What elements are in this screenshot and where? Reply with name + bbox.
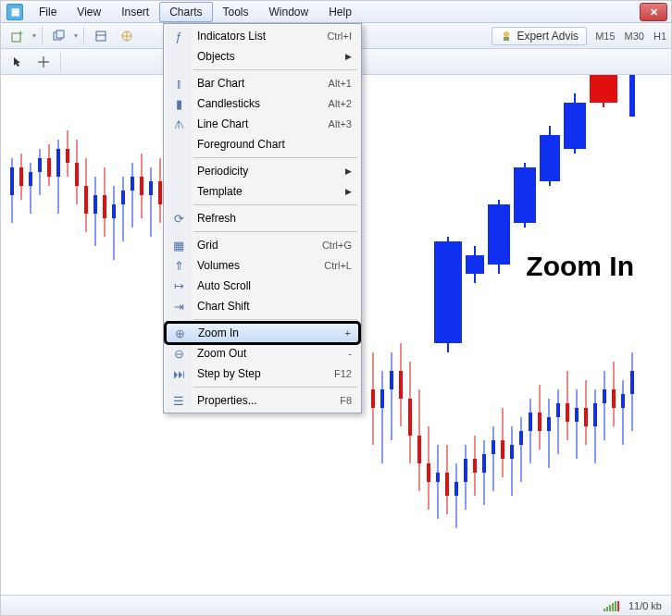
menu-item-indicators-list[interactable]: ƒIndicators ListCtrl+I	[166, 26, 359, 46]
menu-item-label: Line Chart	[192, 117, 329, 130]
svg-rect-54	[399, 371, 403, 399]
zoom-out-icon: ⊖	[166, 343, 192, 363]
menu-item-bar-chart[interactable]: ⫿Bar ChartAlt+1	[166, 73, 359, 93]
blank-icon	[166, 134, 192, 154]
menu-item-shortcut: F12	[334, 368, 352, 379]
svg-rect-42	[140, 177, 143, 195]
menu-view[interactable]: View	[67, 2, 111, 22]
line-chart-icon: ⩚	[166, 114, 192, 134]
window-close-button[interactable]: ✕	[640, 3, 667, 21]
menu-item-shortcut: Ctrl+G	[322, 240, 352, 251]
menu-item-shortcut: +	[345, 327, 351, 339]
cursor-tool[interactable]	[6, 52, 29, 72]
svg-rect-40	[131, 177, 134, 191]
menu-item-chart-shift[interactable]: ⇥Chart Shift	[166, 296, 359, 316]
timeframe-m15[interactable]: M15	[591, 29, 619, 43]
menu-item-shortcut: Alt+3	[329, 118, 352, 129]
menu-item-objects[interactable]: Objects▶	[166, 46, 359, 67]
menu-item-label: Bar Chart	[192, 77, 329, 90]
menu-separator	[193, 204, 357, 205]
svg-rect-48	[371, 389, 375, 408]
menu-item-candlesticks[interactable]: ▮CandlesticksAlt+2	[166, 93, 359, 114]
svg-rect-86	[547, 417, 551, 431]
status-bar: 11/0 kb	[1, 595, 671, 615]
svg-rect-84	[538, 413, 541, 431]
svg-rect-102	[621, 394, 625, 408]
svg-rect-72	[482, 454, 486, 473]
menu-tools[interactable]: Tools	[213, 2, 259, 22]
menu-item-label: Foreground Chart	[192, 138, 352, 151]
menu-item-periodicity[interactable]: Periodicity▶	[166, 161, 359, 181]
svg-rect-68	[464, 459, 467, 482]
svg-rect-24	[56, 149, 60, 177]
menu-item-label: Zoom In	[193, 326, 345, 339]
menu-item-foreground-chart[interactable]: Foreground Chart	[166, 134, 359, 154]
expert-advisors-button[interactable]: Expert Advis	[492, 27, 587, 45]
menu-item-label: Step by Step	[192, 367, 334, 380]
svg-rect-28	[75, 163, 79, 186]
menu-charts[interactable]: Charts	[159, 2, 212, 22]
svg-rect-62	[436, 473, 440, 482]
submenu-arrow-icon: ▶	[340, 52, 352, 61]
svg-rect-60	[427, 463, 430, 482]
svg-rect-36	[112, 204, 116, 218]
svg-rect-112	[514, 167, 536, 223]
svg-rect-52	[390, 371, 393, 389]
menu-file[interactable]: File	[29, 2, 67, 22]
menu-item-auto-scroll[interactable]: ↦Auto Scroll	[166, 276, 359, 296]
timeframe-m30[interactable]: M30	[620, 29, 649, 43]
indicators-icon: ƒ	[166, 26, 192, 46]
charts-menu-dropdown: ƒIndicators ListCtrl+IObjects▶⫿Bar Chart…	[163, 23, 362, 413]
menu-item-label: Indicators List	[192, 30, 327, 43]
menu-item-volumes[interactable]: ⇑VolumesCtrl+L	[166, 255, 359, 276]
svg-rect-82	[529, 413, 532, 431]
navigator-button[interactable]	[116, 26, 138, 46]
menu-item-properties[interactable]: ☰Properties...F8	[166, 390, 359, 411]
menu-item-refresh[interactable]: ⟳Refresh	[166, 208, 359, 228]
grid-icon: ▦	[166, 235, 192, 255]
menu-item-grid[interactable]: ▦GridCtrl+G	[166, 235, 359, 255]
status-kb: 11/0 kb	[628, 600, 662, 611]
menu-insert[interactable]: Insert	[111, 2, 159, 22]
menu-item-zoom-in[interactable]: ⊕Zoom In+	[166, 323, 359, 343]
timeframe-h1[interactable]: H1	[649, 29, 671, 43]
market-watch-button[interactable]	[90, 26, 112, 46]
svg-rect-78	[510, 445, 514, 459]
svg-rect-66	[454, 482, 458, 496]
volumes-icon: ⇑	[166, 255, 192, 276]
menu-window[interactable]: Window	[259, 2, 319, 22]
svg-text:+: +	[19, 30, 23, 38]
menu-item-template[interactable]: Template▶	[166, 181, 359, 202]
menu-item-zoom-out[interactable]: ⊖Zoom Out-	[166, 343, 359, 363]
svg-rect-50	[380, 389, 384, 408]
svg-rect-96	[593, 403, 597, 426]
svg-rect-18	[29, 172, 32, 186]
svg-rect-32	[93, 195, 97, 214]
menu-item-label: Auto Scroll	[192, 279, 352, 292]
new-chart-button[interactable]: +	[6, 26, 29, 46]
menu-help[interactable]: Help	[318, 2, 362, 22]
menu-item-shortcut: Ctrl+I	[327, 31, 352, 42]
crosshair-tool[interactable]	[32, 52, 55, 72]
svg-rect-44	[149, 181, 153, 195]
menu-item-line-chart[interactable]: ⩚Line ChartAlt+3	[166, 114, 359, 134]
svg-rect-34	[103, 195, 106, 218]
svg-rect-92	[575, 408, 579, 422]
svg-rect-56	[408, 399, 412, 436]
menu-item-label: Template	[192, 185, 340, 198]
svg-rect-118	[590, 75, 617, 103]
chartshift-icon: ⇥	[166, 296, 192, 316]
svg-rect-114	[540, 135, 560, 181]
zoom-in-icon: ⊕	[167, 323, 193, 343]
menu-item-shortcut: -	[348, 348, 352, 359]
svg-rect-94	[584, 408, 588, 426]
profiles-button[interactable]	[48, 26, 70, 46]
svg-rect-20	[38, 158, 42, 172]
svg-rect-116	[564, 103, 586, 149]
svg-point-9	[504, 31, 509, 37]
candlestick-icon: ▮	[166, 93, 192, 114]
svg-rect-16	[19, 167, 23, 186]
svg-rect-90	[566, 403, 569, 422]
menu-item-label: Chart Shift	[192, 300, 352, 313]
menu-item-step-by-step[interactable]: ⏭Step by StepF12	[166, 363, 359, 384]
